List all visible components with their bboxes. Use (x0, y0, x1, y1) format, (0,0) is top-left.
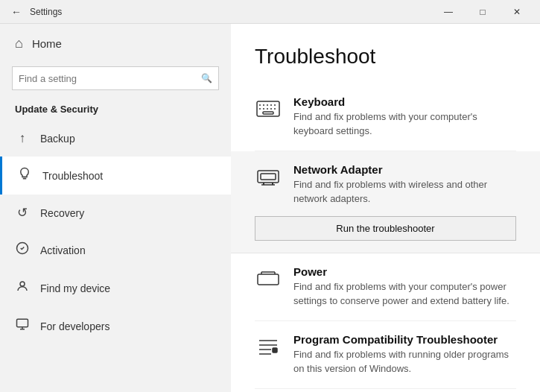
troubleshoot-keyboard-header: Keyboard Find and fix problems with your… (255, 95, 516, 139)
troubleshoot-icon (17, 167, 32, 184)
backup-icon: ↑ (15, 131, 30, 146)
findmydevice-icon (15, 279, 30, 297)
sidebar-item-troubleshoot[interactable]: Troubleshoot (0, 157, 231, 195)
fordevelopers-icon (15, 317, 30, 335)
home-icon: ⌂ (15, 36, 23, 51)
maximize-button[interactable]: □ (466, 0, 500, 24)
sidebar-item-activation-label: Activation (40, 244, 86, 256)
sidebar-item-backup[interactable]: ↑ Backup (0, 121, 231, 157)
home-label: Home (32, 37, 62, 50)
sidebar-item-findmydevice[interactable]: Find my device (0, 269, 231, 307)
sidebar-item-recovery[interactable]: ↺ Recovery (0, 195, 231, 231)
minimize-button[interactable]: — (431, 0, 466, 24)
svg-point-3 (20, 282, 25, 286)
power-text: Power Find and fix problems with your co… (293, 265, 516, 309)
sidebar-item-activation[interactable]: Activation (0, 231, 231, 269)
svg-rect-32 (273, 348, 277, 353)
program-compat-desc: Find and fix problems with running older… (293, 348, 516, 376)
search-icon: 🔍 (201, 73, 212, 83)
troubleshoot-power: Power Find and fix problems with your co… (255, 253, 516, 321)
network-adapter-text: Network Adapter Find and fix problems wi… (293, 163, 516, 206)
search-input[interactable] (19, 73, 201, 84)
sidebar-item-backup-label: Backup (40, 133, 75, 145)
sidebar-item-findmydevice-label: Find my device (40, 282, 110, 294)
troubleshoot-power-header: Power Find and fix problems with your co… (255, 265, 516, 309)
network-adapter-icon (255, 163, 282, 190)
window-controls: — □ ✕ (431, 0, 534, 24)
sidebar-item-troubleshoot-label: Troubleshoot (42, 170, 103, 182)
back-button[interactable]: ← (6, 1, 27, 22)
svg-rect-24 (258, 274, 279, 285)
keyboard-name: Keyboard (293, 95, 516, 108)
program-compat-icon (255, 333, 282, 360)
program-compat-name: Program Compatibility Troubleshooter (293, 333, 516, 346)
power-icon (255, 265, 282, 292)
main-layout: ⌂ Home 🔍 Update & Security ↑ Backup Trou… (0, 24, 540, 392)
power-name: Power (293, 265, 516, 278)
content-area: Troubleshoot (231, 24, 540, 392)
section-header: Update & Security (0, 99, 231, 121)
power-desc: Find and fix problems with your computer… (293, 280, 516, 309)
recovery-icon: ↺ (15, 205, 30, 221)
svg-rect-18 (263, 112, 273, 114)
sidebar-item-recovery-label: Recovery (40, 207, 84, 219)
network-adapter-desc: Find and fix problems with wireless and … (293, 178, 516, 206)
close-button[interactable]: ✕ (500, 0, 534, 24)
troubleshoot-program-compat-header: Program Compatibility Troubleshooter Fin… (255, 333, 516, 376)
troubleshoot-program-compat: Program Compatibility Troubleshooter Fin… (255, 321, 516, 389)
troubleshoot-network-adapter: Network Adapter Find and fix problems wi… (231, 151, 540, 254)
run-troubleshooter-button[interactable]: Run the troubleshooter (255, 216, 516, 241)
sidebar-item-home[interactable]: ⌂ Home (0, 24, 231, 63)
sidebar: ⌂ Home 🔍 Update & Security ↑ Backup Trou… (0, 24, 231, 392)
troubleshoot-network-header: Network Adapter Find and fix problems wi… (255, 163, 516, 206)
keyboard-icon (255, 95, 282, 122)
title-bar: ← Settings — □ ✕ (0, 0, 540, 24)
keyboard-text: Keyboard Find and fix problems with your… (293, 95, 516, 139)
page-title: Troubleshoot (255, 45, 516, 69)
network-adapter-name: Network Adapter (293, 163, 516, 176)
svg-rect-4 (17, 319, 28, 327)
keyboard-desc: Find and fix problems with your computer… (293, 110, 516, 139)
activation-icon (15, 241, 30, 259)
svg-rect-20 (261, 174, 276, 180)
sidebar-item-fordevelopers[interactable]: For developers (0, 307, 231, 345)
sidebar-item-fordevelopers-label: For developers (40, 320, 109, 332)
troubleshoot-keyboard: Keyboard Find and fix problems with your… (255, 83, 516, 151)
program-compat-text: Program Compatibility Troubleshooter Fin… (293, 333, 516, 376)
title-bar-title: Settings (30, 7, 431, 17)
search-box[interactable]: 🔍 (12, 66, 219, 90)
